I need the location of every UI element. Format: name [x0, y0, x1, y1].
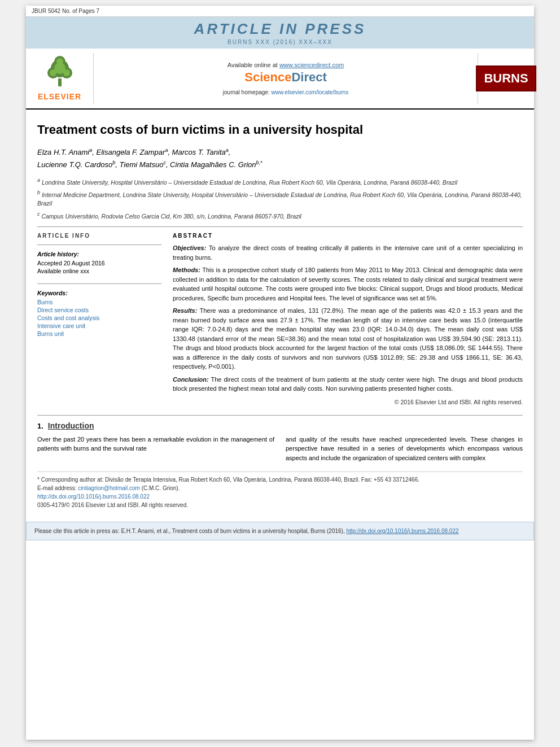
divider-kw: [37, 283, 161, 284]
abstract-results: Results: There was a predominance of mal…: [173, 306, 523, 372]
burns-logo: BURNS: [476, 65, 536, 91]
email-label: E-mail address:: [37, 485, 76, 491]
abstract-col: ABSTRACT Objectives: To analyze the dire…: [173, 233, 523, 407]
objectives-label: Objectives:: [173, 244, 206, 251]
top-bar: JBUR 5042 No. of Pages 7: [26, 6, 534, 17]
footnote-area: * Corresponding author at: Divisão de Te…: [37, 471, 523, 509]
burns-logo-area: BURNS: [478, 53, 534, 104]
article-title: Treatment costs of burn victims in a uni…: [37, 122, 523, 138]
methods-text: This is a prospective cohort study of 18…: [173, 267, 523, 302]
conclusion-label: Conclusion:: [173, 376, 209, 383]
intro-number: 1.: [37, 422, 43, 430]
elsevier-logo-area: ELSEVIER: [26, 53, 94, 104]
results-label: Results:: [173, 307, 197, 314]
keyword-cca: Costs and cost analysis: [37, 314, 161, 321]
svg-point-9: [56, 58, 63, 65]
email-link[interactable]: cintiagrion@hotmail.com: [78, 485, 140, 491]
header-middle: Available online at www.sciencedirect.co…: [94, 53, 478, 104]
copyright: © 2016 Elsevier Ltd and ISBI. All rights…: [173, 398, 523, 407]
abstract-title: ABSTRACT: [173, 233, 523, 239]
results-text: There was a predominance of males, 131 (…: [173, 307, 523, 370]
aip-title: ARTICLE IN PRESS: [26, 20, 534, 38]
authors: Elza H.T. Anamia, Elisangela F. Zampara,…: [37, 146, 523, 171]
keyword-dsc: Direct service costs: [37, 307, 161, 313]
abstract-conclusion: Conclusion: The direct costs of the trea…: [173, 375, 523, 394]
available-online-text: Available online at www.sciencedirect.co…: [228, 62, 344, 68]
available-online: Available online xxx: [37, 268, 161, 274]
main-content: Treatment costs of burn victims in a uni…: [26, 110, 534, 516]
abstract-text: Objectives: To analyze the direct costs …: [173, 243, 523, 407]
keyword-bu: Burns unit: [37, 330, 161, 337]
corresponding-author: * Corresponding author at: Divisão de Te…: [37, 475, 523, 484]
methods-label: Methods:: [173, 267, 200, 273]
keywords-label: Keywords:: [37, 290, 161, 296]
divider-info: [37, 244, 161, 245]
svg-rect-1: [58, 78, 62, 86]
svg-point-8: [63, 69, 70, 76]
citation-text: Please cite this article in press as: E.…: [34, 528, 345, 534]
intro-heading: Introduction: [48, 421, 94, 430]
article-page: JBUR 5042 No. of Pages 7 ARTICLE IN PRES…: [26, 6, 534, 740]
affiliations: a Londrina State University, Hospital Un…: [37, 177, 523, 221]
svg-point-7: [50, 69, 56, 76]
keyword-icu: Intensive care unit: [37, 322, 161, 329]
conclusion-text: The direct costs of the treatment of bur…: [173, 376, 523, 392]
header-section: ELSEVIER Available online at www.science…: [26, 49, 534, 110]
keyword-burns: Burns: [37, 299, 161, 305]
citation-link[interactable]: http://dx.doi.org/10.1016/j.burns.2016.0…: [346, 528, 458, 534]
journal-ref-left: JBUR 5042 No. of Pages 7: [32, 8, 99, 14]
aip-banner: ARTICLE IN PRESS BURNS XXX (2016) XXX–XX…: [26, 17, 534, 49]
affiliation-a: a Londrina State University, Hospital Un…: [37, 177, 523, 187]
issn-line: 0305-4179/© 2016 Elsevier Ltd and ISBI. …: [37, 501, 523, 509]
divider-1: [37, 226, 523, 227]
elsevier-label: ELSEVIER: [38, 92, 81, 101]
abstract-methods: Methods: This is a prospective cohort st…: [173, 265, 523, 303]
objectives-text: To analyze the direct costs of treating …: [173, 244, 523, 261]
intro-right: and quality of the results have reached …: [286, 435, 523, 463]
two-column-section: ARTICLE INFO Article history: Accepted 2…: [37, 233, 523, 407]
elsevier-tree-icon: [43, 56, 77, 90]
abstract-objectives: Objectives: To analyze the direct costs …: [173, 243, 523, 262]
accepted-date: Accepted 20 August 2016: [37, 260, 161, 267]
doi-link[interactable]: http://dx.doi.org/10.1016/j.burns.2016.0…: [37, 493, 150, 500]
history-label: Article history:: [37, 251, 161, 257]
article-info-col: ARTICLE INFO Article history: Accepted 2…: [37, 233, 161, 407]
journal-homepage-link[interactable]: www.elsevier.com/locate/burns: [271, 89, 348, 95]
email-line: E-mail address: cintiagrion@hotmail.com …: [37, 484, 523, 492]
intro-left: Over the past 20 years there has been a …: [37, 435, 274, 463]
intro-columns: Over the past 20 years there has been a …: [37, 435, 523, 463]
doi-line: http://dx.doi.org/10.1016/j.burns.2016.0…: [37, 492, 523, 501]
introduction-section: 1. Introduction Over the past 20 years t…: [37, 415, 523, 463]
email-extra: (C.M.C. Grion).: [142, 485, 180, 491]
affiliation-c: c Campus Universitário, Rodovia Celso Ga…: [37, 211, 523, 221]
journal-ref-banner: BURNS XXX (2016) XXX–XXX: [26, 39, 534, 47]
article-info-title: ARTICLE INFO: [37, 233, 161, 239]
sciencedirect-url[interactable]: www.sciencedirect.com: [279, 62, 344, 68]
journal-homepage: journal homepage: www.elsevier.com/locat…: [223, 89, 348, 95]
citation-bar: Please cite this article in press as: E.…: [26, 522, 534, 540]
sciencedirect-logo: ScienceDirect: [244, 70, 327, 85]
affiliation-b: b Internal Medicine Department, Londrina…: [37, 189, 523, 208]
intro-heading-row: 1. Introduction: [37, 421, 523, 430]
